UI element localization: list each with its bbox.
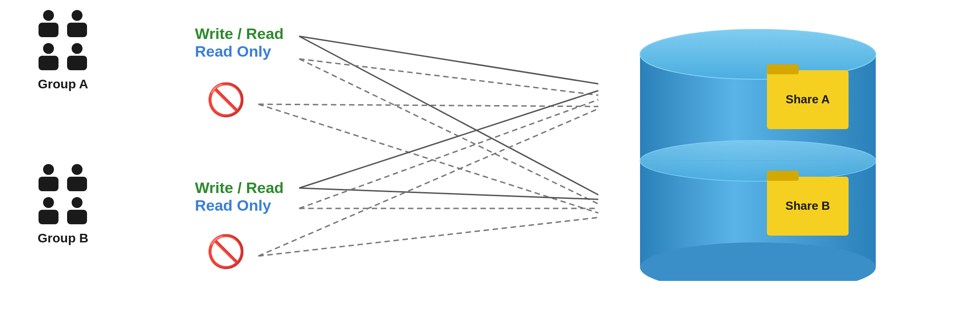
group-b-label: Group B <box>38 231 88 246</box>
group-a-people <box>36 9 90 72</box>
svg-point-18 <box>72 43 82 54</box>
person-icon <box>36 42 61 72</box>
svg-line-8 <box>299 100 598 208</box>
group-b: Group B <box>36 163 90 246</box>
svg-rect-19 <box>67 56 87 70</box>
svg-text:Share B: Share B <box>786 199 830 212</box>
svg-point-16 <box>43 43 54 54</box>
svg-rect-39 <box>767 171 799 181</box>
group-a: Group A <box>36 9 90 92</box>
person-icon <box>36 163 61 193</box>
svg-rect-23 <box>67 177 87 191</box>
access-labels-a: Write / Read Read Only <box>195 25 284 60</box>
svg-line-3 <box>299 59 598 204</box>
write-read-label-a: Write / Read <box>195 25 284 43</box>
svg-point-20 <box>43 164 54 175</box>
nas-cylinder-svg: Share A Share B <box>626 27 889 281</box>
svg-line-7 <box>299 188 598 199</box>
svg-line-5 <box>258 104 598 213</box>
group-a-label: Group A <box>38 77 88 92</box>
svg-rect-27 <box>67 210 87 224</box>
no-access-icon-a: 🚫 <box>206 84 246 116</box>
svg-rect-17 <box>39 56 58 70</box>
nas-storage: Share A Share B <box>626 27 889 283</box>
access-labels-b: Write / Read Read Only <box>195 179 284 214</box>
svg-point-24 <box>43 197 54 208</box>
svg-line-10 <box>258 109 598 256</box>
svg-line-11 <box>258 217 598 256</box>
svg-rect-21 <box>39 177 58 191</box>
svg-rect-13 <box>39 23 58 37</box>
svg-point-22 <box>72 164 82 175</box>
person-icon <box>65 163 90 193</box>
person-icon <box>36 9 61 39</box>
svg-line-2 <box>299 59 598 95</box>
read-only-label-b: Read Only <box>195 197 284 214</box>
svg-line-6 <box>299 91 598 188</box>
svg-rect-36 <box>767 64 799 74</box>
svg-rect-15 <box>67 23 87 37</box>
svg-line-0 <box>299 36 598 84</box>
svg-point-26 <box>72 197 82 208</box>
person-icon <box>36 196 61 226</box>
write-read-label-b: Write / Read <box>195 179 284 197</box>
svg-point-12 <box>43 10 54 21</box>
no-access-icon-b: 🚫 <box>206 236 246 267</box>
diagram-container: Group A Group B Write / Read R <box>0 0 980 309</box>
svg-text:Share A: Share A <box>786 92 830 106</box>
person-icon <box>65 42 90 72</box>
person-icon <box>65 196 90 226</box>
person-icon <box>65 9 90 39</box>
svg-rect-25 <box>39 210 58 224</box>
svg-line-1 <box>299 36 598 195</box>
group-b-people <box>36 163 90 226</box>
svg-point-14 <box>72 10 82 21</box>
svg-line-4 <box>258 104 598 106</box>
read-only-label-a: Read Only <box>195 43 284 60</box>
